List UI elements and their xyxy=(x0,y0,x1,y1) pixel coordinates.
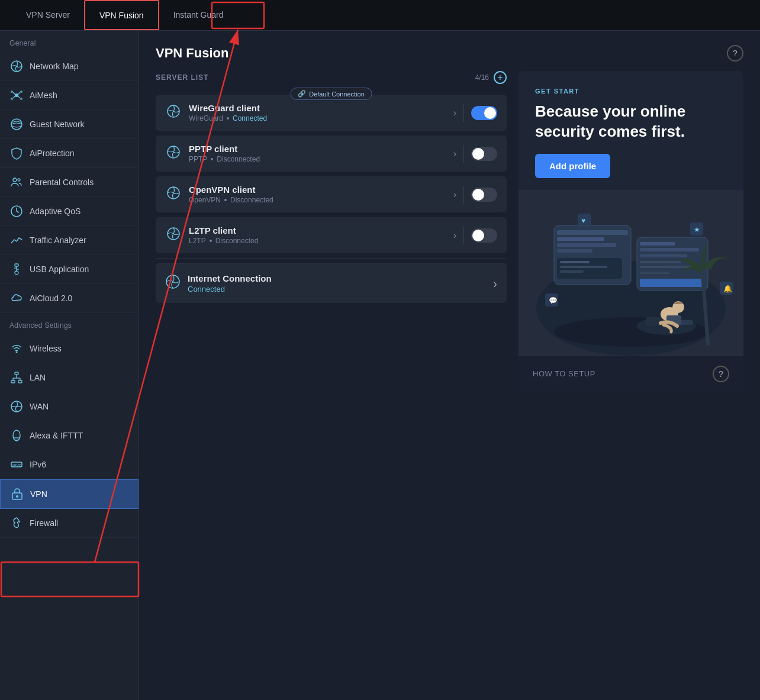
sidebar-item-label: AiProtection xyxy=(30,149,74,158)
content-area: SERVER LIST 4/16 + 🔗 Default Connection xyxy=(139,71,760,408)
svg-rect-53 xyxy=(640,248,699,251)
toggle-knob xyxy=(484,107,496,119)
firewall-icon xyxy=(9,516,24,530)
vpn-icon xyxy=(10,487,24,501)
chevron-right-icon[interactable]: › xyxy=(453,189,456,200)
svg-rect-55 xyxy=(640,261,681,263)
tab-instant-guard[interactable]: Instant Guard xyxy=(159,0,238,30)
alexa-icon xyxy=(9,428,24,443)
wan-icon xyxy=(9,399,24,414)
tab-vpn-fusion[interactable]: VPN Fusion xyxy=(84,0,159,30)
svg-rect-48 xyxy=(560,261,590,263)
how-to-setup-section: HOW TO SETUP ? xyxy=(519,356,743,392)
vpn-toggle-wireguard[interactable] xyxy=(471,106,497,120)
sidebar-item-label: USB Application xyxy=(30,264,89,274)
illustration-area: ♥ ★ 🔔 💬 xyxy=(519,190,743,356)
lan-icon xyxy=(9,370,24,385)
svg-line-8 xyxy=(13,96,15,98)
how-to-help-icon[interactable]: ? xyxy=(713,366,729,382)
sidebar-item-aiprotection[interactable]: AiProtection xyxy=(0,139,139,168)
sidebar-item-label: AiCloud 2.0 xyxy=(30,293,72,303)
chevron-right-icon[interactable]: › xyxy=(453,108,456,118)
main-layout: General Network Map AiMesh Guest Network… xyxy=(0,31,760,700)
sidebar-item-alexa-ifttt[interactable]: Alexa & IFTTT xyxy=(0,421,139,450)
svg-text:IPV6: IPV6 xyxy=(12,463,21,467)
svg-line-7 xyxy=(18,92,20,95)
sidebar-item-vpn[interactable]: VPN xyxy=(0,479,139,509)
svg-line-9 xyxy=(18,96,20,98)
traffic-analyzer-icon xyxy=(9,233,24,247)
vpn-toggle-openvpn[interactable] xyxy=(471,188,497,202)
tab-vpn-server[interactable]: VPN Server xyxy=(12,0,84,30)
sidebar-item-parental-controls[interactable]: Parental Controls xyxy=(0,168,139,197)
svg-point-2 xyxy=(11,91,13,93)
add-server-button[interactable]: + xyxy=(494,71,507,84)
vpn-name: PPTP client xyxy=(189,144,260,154)
sidebar-item-network-map[interactable]: Network Map xyxy=(0,52,139,81)
svg-point-18 xyxy=(15,271,18,275)
internet-card-left: Internet Connection Connected xyxy=(165,273,272,293)
internet-globe-icon xyxy=(165,274,181,293)
internet-chevron-right-icon[interactable]: › xyxy=(493,277,497,291)
sidebar-item-label: Adaptive QoS xyxy=(30,207,80,216)
vpn-globe-icon xyxy=(165,186,182,203)
page-help-icon[interactable]: ? xyxy=(727,45,743,62)
vpn-globe-icon xyxy=(165,104,182,121)
sidebar-item-label: Parental Controls xyxy=(30,178,94,187)
toggle-knob xyxy=(472,230,484,241)
aiprotection-icon xyxy=(9,146,24,160)
sidebar-item-wireless[interactable]: Wireless xyxy=(0,334,139,363)
sidebar-item-aimesh[interactable]: AiMesh xyxy=(0,81,139,110)
sidebar-item-label: LAN xyxy=(30,373,46,382)
chevron-right-icon[interactable]: › xyxy=(453,149,456,159)
svg-text:★: ★ xyxy=(694,225,700,234)
vpn-card-info: OpenVPN client OpenVPN Disconnected xyxy=(189,185,273,204)
svg-point-3 xyxy=(20,91,22,93)
add-profile-button[interactable]: Add profile xyxy=(535,154,610,178)
right-panel: GET START Because your online security c… xyxy=(519,71,743,392)
sidebar-item-lan[interactable]: LAN xyxy=(0,363,139,392)
vpn-name: WireGuard client xyxy=(189,103,267,113)
vpn-card-right: › xyxy=(453,186,497,204)
tab-bar: VPN Server VPN Fusion Instant Guard xyxy=(12,0,237,30)
vpn-toggle-l2tp[interactable] xyxy=(471,228,497,243)
adaptive-qos-icon xyxy=(9,204,24,218)
sidebar-item-label: Guest Network xyxy=(30,120,85,129)
aicloud-icon xyxy=(9,291,24,305)
vpn-meta: L2TP Disconnected xyxy=(189,237,258,245)
svg-point-34 xyxy=(16,495,18,498)
svg-rect-49 xyxy=(560,266,607,268)
page-header: VPN Fusion ? xyxy=(139,31,760,71)
divider xyxy=(463,104,464,122)
sidebar-item-traffic-analyzer[interactable]: Traffic Analyzer xyxy=(0,226,139,255)
chevron-right-icon[interactable]: › xyxy=(453,230,456,241)
sidebar-item-guest-network[interactable]: Guest Network xyxy=(0,110,139,139)
sidebar-item-usb-application[interactable]: USB Application xyxy=(0,255,139,284)
vpn-card-right: › xyxy=(453,145,497,163)
sidebar-item-aicloud[interactable]: AiCloud 2.0 xyxy=(0,284,139,313)
vpn-meta: PPTP Disconnected xyxy=(189,155,260,163)
sidebar-item-wan[interactable]: WAN xyxy=(0,392,139,421)
ipv6-icon: IPV6 xyxy=(9,457,24,472)
svg-rect-58 xyxy=(640,279,705,287)
sidebar-item-ipv6[interactable]: IPV6 IPv6 xyxy=(0,450,139,479)
vpn-toggle-pptp[interactable] xyxy=(471,147,497,161)
divider xyxy=(463,145,464,163)
svg-rect-50 xyxy=(560,270,584,273)
promo-title: Because your online security comes first… xyxy=(535,102,727,142)
vpn-card-info: L2TP client L2TP Disconnected xyxy=(189,225,258,245)
get-start-label: GET START xyxy=(535,88,727,95)
sidebar-item-firewall[interactable]: Firewall xyxy=(0,509,139,538)
toggle-knob xyxy=(472,148,484,160)
svg-rect-45 xyxy=(557,243,616,247)
vpn-card-left: PPTP client PPTP Disconnected xyxy=(165,144,260,163)
svg-text:🔔: 🔔 xyxy=(723,284,732,293)
vpn-card-pptp: PPTP client PPTP Disconnected › xyxy=(156,136,507,172)
sidebar: General Network Map AiMesh Guest Network… xyxy=(0,31,139,700)
svg-point-1 xyxy=(15,93,18,97)
vpn-globe-icon xyxy=(165,145,182,162)
internet-connection-card[interactable]: Internet Connection Connected › xyxy=(156,263,507,303)
server-list-count: 4/16 + xyxy=(475,71,507,84)
sidebar-item-adaptive-qos[interactable]: Adaptive QoS xyxy=(0,197,139,226)
svg-rect-57 xyxy=(640,272,669,274)
